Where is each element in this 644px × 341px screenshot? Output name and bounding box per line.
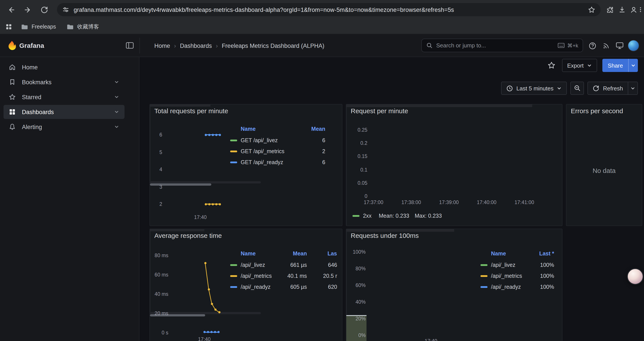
share-dropdown-chevron-icon[interactable] — [628, 59, 638, 72]
panel-title[interactable]: Errors per second — [571, 107, 623, 115]
chevron-down-icon[interactable] — [114, 80, 119, 85]
x-tick-label: 17:40 — [417, 338, 445, 341]
user-avatar[interactable] — [628, 40, 639, 51]
search-input[interactable]: Search or jump to... ⌘+k — [421, 39, 583, 52]
legend-header-last[interactable]: Last * — [528, 250, 554, 257]
floating-assistant-avatar[interactable] — [627, 268, 644, 285]
series-point — [218, 134, 221, 136]
panel-title[interactable]: Average response time — [154, 232, 222, 239]
apps-icon — [9, 108, 16, 115]
bell-icon — [9, 123, 16, 130]
home-icon — [9, 64, 16, 71]
url-bar[interactable]: grafana.mathmast.com/d/deytv4rwavabkb/fr… — [57, 3, 600, 16]
chevron-down-icon — [587, 63, 592, 68]
legend-name[interactable]: /api/_livez — [241, 261, 265, 269]
chevron-down-icon[interactable] — [114, 109, 119, 115]
y-tick-label: 0.1 — [346, 167, 367, 173]
y-tick-label: 0 s — [150, 329, 168, 336]
y-tick-label: 0.15 — [346, 153, 367, 160]
time-controls-row: Last 5 minutes Refresh — [140, 82, 644, 95]
series-point — [208, 288, 210, 290]
chevron-down-icon[interactable] — [114, 124, 119, 129]
panel-title[interactable]: Request per minute — [351, 107, 408, 115]
legend-value-mean: 40.1 ms — [276, 272, 307, 279]
downloads-icon[interactable] — [617, 5, 627, 15]
legend-header-last[interactable]: Las — [328, 250, 337, 257]
refresh-button[interactable]: Refresh — [588, 82, 628, 95]
legend-name[interactable]: 2xx — [363, 212, 372, 219]
legend-header-name[interactable]: Name — [491, 250, 506, 257]
breadcrumb-separator: › — [216, 42, 218, 49]
panel-chart: No data — [566, 104, 642, 226]
grafana-topnav: Grafana Home › Dashboards › Freeleaps Me… — [0, 34, 644, 57]
chevron-down-icon[interactable] — [114, 94, 119, 100]
sidebar-item-label: Dashboards — [22, 109, 54, 115]
bookmarks-bar: Freeleaps 收藏博客 — [0, 19, 644, 34]
h-gridline — [150, 231, 204, 231]
apps-grid-icon[interactable] — [5, 19, 12, 34]
breadcrumb-dashboards[interactable]: Dashboards — [180, 42, 212, 49]
legend-header-name[interactable]: Name — [241, 250, 256, 257]
panel-title[interactable]: Total requests per minute — [154, 107, 228, 115]
favorite-star-icon[interactable] — [546, 60, 556, 71]
browser-toolbar: grafana.mathmast.com/d/deytv4rwavabkb/fr… — [0, 0, 644, 19]
dock-menu-icon[interactable] — [126, 42, 134, 49]
zoom-out-button[interactable] — [570, 82, 584, 95]
legend-name[interactable]: GET /api/_readyz — [241, 159, 283, 166]
time-range-picker[interactable]: Last 5 minutes — [501, 82, 567, 95]
legend-name[interactable]: /api/_readyz — [491, 283, 521, 290]
legend-header-mean[interactable]: Mean — [299, 126, 325, 133]
bookmark-star-icon[interactable] — [588, 6, 595, 14]
monitor-icon[interactable] — [615, 41, 624, 51]
refresh-interval-chevron-icon[interactable] — [628, 82, 638, 95]
panel-chart: 6543217:40NameMeanGET /api/_livez6GET /a… — [150, 104, 342, 226]
forward-icon[interactable] — [23, 5, 32, 15]
no-data-label: No data — [566, 167, 642, 174]
search-shortcut: ⌘+k — [558, 42, 578, 49]
sidebar-item-dashboards[interactable]: Dashboards — [4, 105, 124, 119]
reload-icon[interactable] — [40, 5, 49, 15]
news-rss-icon[interactable] — [602, 41, 611, 51]
sidebar-item-starred[interactable]: Starred — [4, 90, 124, 104]
legend-scrollbar-track — [150, 181, 261, 183]
legend-name[interactable]: /api/_metrics — [491, 272, 522, 279]
help-icon[interactable] — [588, 41, 597, 51]
legend-value: 6 — [299, 159, 325, 166]
share-button[interactable]: Share — [602, 59, 628, 72]
y-tick-label: 5 — [150, 149, 162, 155]
extensions-icon[interactable] — [605, 5, 615, 15]
panel-title[interactable]: Requests under 100ms — [351, 232, 419, 239]
legend-name[interactable]: /api/_metrics — [241, 272, 272, 279]
legend-name[interactable]: GET /api/_livez — [241, 137, 278, 144]
legend-value-mean: 605 µs — [276, 283, 307, 290]
legend-header-mean[interactable]: Mean — [280, 250, 307, 257]
back-icon[interactable] — [6, 5, 16, 15]
series-point — [218, 203, 221, 205]
sidebar-item-alerting[interactable]: Alerting — [4, 120, 124, 134]
legend-name[interactable]: GET /api/_metrics — [241, 148, 284, 155]
series-point — [212, 134, 214, 136]
bookmark-item-blog[interactable]: 收藏博客 — [67, 19, 99, 34]
site-info-icon[interactable] — [62, 6, 69, 13]
legend-name[interactable]: /api/_readyz — [241, 283, 270, 290]
breadcrumb-home[interactable]: Home — [154, 42, 170, 49]
grafana-logo-icon[interactable] — [7, 40, 17, 51]
share-split-button: Share — [602, 59, 638, 72]
legend-header-name[interactable]: Name — [241, 126, 256, 133]
sidebar-item-home[interactable]: Home — [4, 60, 124, 74]
series-point — [204, 134, 207, 136]
panel-chart: 100%80%60%40%20%0%17:40NameLast */api/_l… — [346, 229, 562, 341]
y-tick-label: 0.2 — [346, 140, 367, 146]
bookmark-item-freeleaps[interactable]: Freeleaps — [21, 19, 56, 34]
legend-value-last: 646 — [313, 261, 337, 269]
refresh-icon — [593, 85, 600, 92]
folder-icon — [21, 24, 28, 30]
y-tick-label: 6 — [150, 132, 162, 138]
browser-menu-icon[interactable] — [638, 5, 644, 15]
legend-value: 100% — [528, 272, 554, 279]
browser-profile-icon[interactable] — [629, 5, 638, 15]
sidebar-item-bookmarks[interactable]: Bookmarks — [4, 75, 124, 89]
series-point — [217, 331, 220, 333]
legend-name[interactable]: /api/_livez — [491, 261, 515, 269]
export-button[interactable]: Export — [562, 59, 597, 72]
